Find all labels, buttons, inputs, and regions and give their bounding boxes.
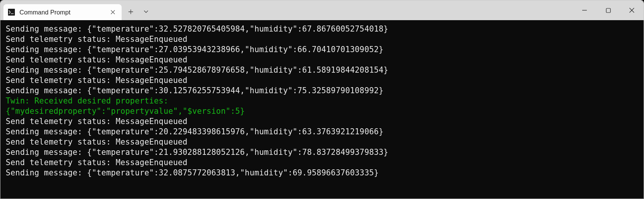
svg-rect-0 (606, 8, 610, 13)
terminal-line: Send telemetry status: MessageEnqueued (6, 34, 644, 45)
terminal-line: Send telemetry status: MessageEnqueued (6, 75, 644, 86)
terminal-line: Send telemetry status: MessageEnqueued (6, 158, 644, 168)
tab-command-prompt[interactable]: Command Prompt (3, 4, 122, 20)
new-tab-button[interactable] (123, 4, 138, 19)
terminal-line: Send telemetry status: MessageEnqueued (6, 137, 644, 147)
terminal-line: Sending message: {"temperature":30.12576… (6, 86, 644, 96)
terminal-line: {"mydesiredproperty":"propertyvalue","$v… (6, 106, 644, 116)
terminal-line: Sending message: {"temperature":25.79452… (6, 65, 644, 75)
tab-title: Command Prompt (19, 9, 108, 16)
minimize-button[interactable] (573, 0, 596, 20)
terminal-output[interactable]: Sending message: {"temperature":32.52782… (0, 20, 644, 199)
terminal-line: Sending message: {"temperature":21.93028… (6, 147, 644, 158)
titlebar: Command Prompt (0, 0, 644, 20)
terminal-line: Sending message: {"temperature":32.52782… (6, 24, 644, 34)
terminal-line: Send telemetry status: MessageEnqueued (6, 116, 644, 127)
terminal-icon (8, 9, 15, 16)
tab-close-button[interactable] (108, 7, 118, 17)
terminal-line: Twin: Received desired properties: (6, 96, 644, 106)
tab-dropdown-button[interactable] (138, 4, 154, 19)
window: Command Prompt (0, 0, 644, 199)
window-controls (573, 0, 644, 20)
terminal-line: Sending message: {"temperature":20.22948… (6, 127, 644, 137)
terminal-line: Sending message: {"temperature":27.03953… (6, 45, 644, 55)
terminal-line: Send telemetry status: MessageEnqueued (6, 55, 644, 65)
maximize-button[interactable] (596, 0, 620, 20)
terminal-line: Sending message: {"temperature":32.08757… (6, 168, 644, 178)
close-button[interactable] (620, 0, 644, 20)
